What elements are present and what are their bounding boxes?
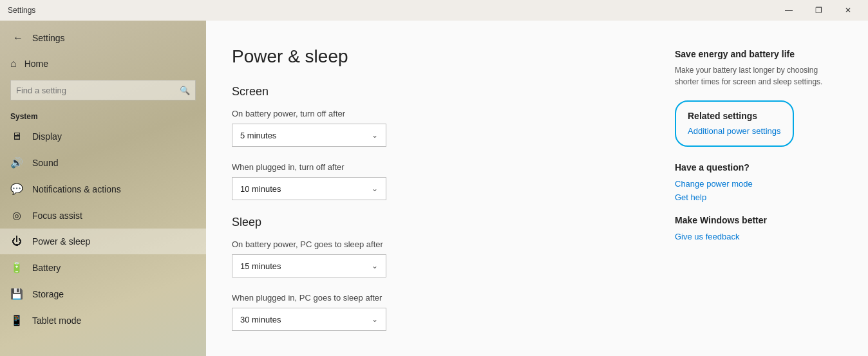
plugged-screen-arrow: ⌄ [372, 184, 378, 193]
battery-screen-value: 5 minutes [240, 131, 276, 140]
get-help-link[interactable]: Get help [675, 192, 842, 202]
sidebar-item-label-sound: Sound [32, 158, 58, 168]
sidebar-app-title: Settings [32, 33, 65, 43]
battery-icon: 🔋 [10, 261, 23, 274]
plugged-sleep-value: 30 minutes [240, 315, 281, 324]
notifications-icon: 💬 [10, 183, 23, 195]
related-title: Related settings [688, 111, 781, 121]
sidebar-item-display[interactable]: 🖥 Display [0, 124, 206, 149]
home-icon: ⌂ [10, 58, 17, 70]
sidebar-item-label-storage: Storage [32, 289, 64, 299]
sidebar-item-battery[interactable]: 🔋 Battery [0, 254, 206, 281]
battery-sleep-arrow: ⌄ [372, 261, 378, 270]
related-settings-box: Related settings Additional power settin… [675, 100, 794, 147]
plugged-screen-row: When plugged in, turn off after 10 minut… [232, 162, 636, 200]
sleep-section: Sleep On battery power, PC goes to sleep… [232, 216, 636, 331]
sidebar-item-sound[interactable]: 🔊 Sound [0, 149, 206, 176]
sidebar-item-focus[interactable]: ◎ Focus assist [0, 202, 206, 229]
app-body: ← Settings ⌂ Home 🔍 System 🖥 Display 🔊 S… [0, 21, 868, 356]
sidebar-item-power[interactable]: ⏻ Power & sleep [0, 229, 206, 254]
search-icon: 🔍 [180, 86, 190, 95]
titlebar-controls: — ❐ ✕ [774, 0, 863, 21]
titlebar-title: Settings [8, 6, 35, 15]
battery-screen-label: On battery power, turn off after [232, 109, 636, 118]
titlebar: Settings — ❐ ✕ [0, 0, 868, 21]
tablet-icon: 📱 [10, 314, 23, 326]
screen-section-title: Screen [232, 85, 636, 98]
sidebar-home-label: Home [24, 59, 48, 69]
tip-title: Save energy and battery life [675, 49, 842, 59]
battery-sleep-select[interactable]: 15 minutes ⌄ [232, 254, 386, 277]
sidebar-header: ← Settings [0, 21, 206, 52]
question-title: Have a question? [675, 162, 842, 173]
sidebar-item-notifications[interactable]: 💬 Notifications & actions [0, 176, 206, 202]
sidebar-item-label-power: Power & sleep [32, 236, 90, 247]
plugged-sleep-row: When plugged in, PC goes to sleep after … [232, 293, 636, 331]
focus-icon: ◎ [10, 209, 23, 221]
page-title: Power & sleep [232, 46, 636, 67]
sidebar-item-label-tablet: Tablet mode [32, 315, 81, 326]
sleep-section-title: Sleep [232, 216, 636, 229]
minimize-button[interactable]: — [774, 0, 804, 21]
battery-sleep-label: On battery power, PC goes to sleep after [232, 239, 636, 249]
plugged-screen-select[interactable]: 10 minutes ⌄ [232, 177, 386, 200]
make-better-title: Make Windows better [675, 215, 842, 225]
change-power-link[interactable]: Change power mode [675, 179, 842, 189]
plugged-sleep-label: When plugged in, PC goes to sleep after [232, 293, 636, 303]
display-icon: 🖥 [10, 131, 23, 142]
close-button[interactable]: ✕ [833, 0, 863, 21]
battery-sleep-value: 15 minutes [240, 261, 281, 271]
battery-screen-select[interactable]: 5 minutes ⌄ [232, 124, 386, 147]
tip-text: Make your battery last longer by choosin… [675, 64, 842, 88]
plugged-sleep-arrow: ⌄ [372, 315, 378, 324]
plugged-sleep-select[interactable]: 30 minutes ⌄ [232, 308, 386, 331]
search-box[interactable]: 🔍 [10, 80, 196, 100]
settings-panel: Power & sleep Screen On battery power, t… [232, 46, 636, 330]
give-feedback-link[interactable]: Give us feedback [675, 232, 842, 241]
battery-sleep-row: On battery power, PC goes to sleep after… [232, 239, 636, 277]
plugged-screen-value: 10 minutes [240, 184, 281, 194]
sidebar-item-storage[interactable]: 💾 Storage [0, 281, 206, 307]
sidebar-item-label-notifications: Notifications & actions [32, 184, 121, 194]
additional-power-link[interactable]: Additional power settings [688, 126, 781, 136]
storage-icon: 💾 [10, 288, 23, 300]
search-input[interactable] [16, 86, 180, 95]
sidebar-item-tablet[interactable]: 📱 Tablet mode [0, 307, 206, 333]
battery-screen-arrow: ⌄ [372, 131, 378, 140]
plugged-screen-label: When plugged in, turn off after [232, 162, 636, 172]
main-content: Power & sleep Screen On battery power, t… [206, 21, 868, 356]
sound-icon: 🔊 [10, 156, 23, 169]
maximize-button[interactable]: ❐ [804, 0, 833, 21]
power-icon: ⏻ [10, 236, 23, 247]
battery-screen-row: On battery power, turn off after 5 minut… [232, 109, 636, 147]
sidebar-item-label-display: Display [32, 131, 62, 142]
sidebar-item-label-battery: Battery [32, 263, 61, 273]
right-panel: Save energy and battery life Make your b… [675, 46, 842, 330]
titlebar-left: Settings [8, 6, 35, 15]
back-button[interactable]: ← [10, 30, 26, 46]
sidebar: ← Settings ⌂ Home 🔍 System 🖥 Display 🔊 S… [0, 21, 206, 356]
sidebar-item-label-focus: Focus assist [32, 211, 82, 221]
sidebar-section-label: System [0, 104, 206, 124]
sidebar-item-home[interactable]: ⌂ Home [0, 52, 206, 76]
